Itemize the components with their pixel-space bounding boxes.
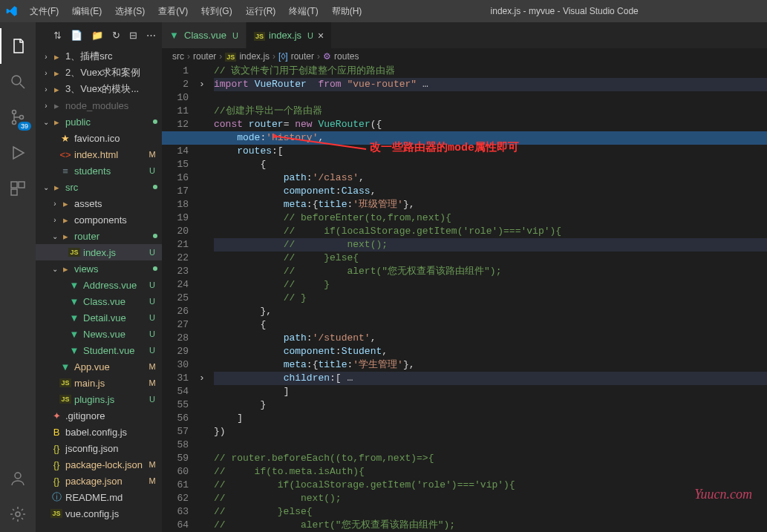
tree-label: README.md xyxy=(65,492,157,503)
tree-label: plugins.js xyxy=(74,394,147,405)
menu-item[interactable]: 帮助(H) xyxy=(326,4,368,19)
tree-item[interactable]: ⌄ ▸ router xyxy=(36,228,162,244)
code-content[interactable]: // 该文件专门用于创建整个应用的路由器import VueRouter fro… xyxy=(214,65,767,532)
toggle-view-icon[interactable]: ⇄ xyxy=(52,31,63,39)
breadcrumbs[interactable]: src› router› JS index.js› [◊] router› ⚙ … xyxy=(162,48,767,65)
tree-item[interactable]: › ▸ components xyxy=(36,211,162,228)
window-title: index.js - myvue - Visual Studio Code xyxy=(368,6,761,16)
tree-item[interactable]: ✦ .gitignore xyxy=(36,407,162,424)
explorer-icon[interactable] xyxy=(0,28,36,64)
menu-item[interactable]: 查看(V) xyxy=(152,4,194,19)
account-icon[interactable] xyxy=(0,461,36,496)
tree-label: .gitignore xyxy=(65,410,157,421)
watermark: Yuucn.com xyxy=(694,487,752,502)
menu-item[interactable]: 转到(G) xyxy=(195,4,238,19)
fold-gutter[interactable]: ›› xyxy=(199,65,214,532)
tree-item[interactable]: ⌄ ▸ public xyxy=(36,114,162,130)
menu-bar: 文件(F)编辑(E)选择(S)查看(V)转到(G)运行(R)终端(T)帮助(H) xyxy=(24,4,368,19)
tree-label: students xyxy=(74,165,147,177)
tree-label: index.js xyxy=(83,247,147,258)
tree-item[interactable]: ▼ Class.vue U xyxy=(36,293,162,309)
svg-line-1 xyxy=(20,84,25,88)
tree-label: assets xyxy=(74,198,157,209)
tree-label: jsconfig.json xyxy=(65,443,157,454)
tree-item[interactable]: JS main.js M xyxy=(36,375,162,391)
tree-item[interactable]: ★ favicon.ico xyxy=(36,130,162,146)
close-icon[interactable]: × xyxy=(318,30,324,42)
chevron-icon[interactable]: › xyxy=(50,216,59,224)
chevron-icon[interactable]: ⌄ xyxy=(42,183,50,191)
tree-item[interactable]: {} jsconfig.json xyxy=(36,440,162,456)
file-icon: ▸ xyxy=(50,182,62,193)
breadcrumb-item[interactable]: router xyxy=(291,51,314,62)
new-folder-icon[interactable]: 📁 xyxy=(91,30,103,41)
tree-item[interactable]: › ▸ 3、Vuex的模块... xyxy=(36,81,162,97)
file-icon: {} xyxy=(50,443,62,454)
source-control-icon[interactable]: 39 xyxy=(0,99,36,135)
tree-item[interactable]: ⓘ README.md xyxy=(36,489,162,505)
file-icon: JS xyxy=(68,248,80,257)
file-icon: JS xyxy=(50,509,62,518)
breadcrumb-item[interactable]: src xyxy=(172,51,184,62)
tree-item[interactable]: ≡ students U xyxy=(36,162,162,179)
extensions-icon[interactable] xyxy=(0,171,36,206)
tree-item[interactable]: JS vue.config.js xyxy=(36,505,162,522)
tree-item[interactable]: ⌄ ▸ src xyxy=(36,179,162,195)
menu-item[interactable]: 选择(S) xyxy=(109,4,151,19)
tree-item[interactable]: ▼ Student.vue U xyxy=(36,342,162,358)
search-icon[interactable] xyxy=(0,64,36,99)
breadcrumb-item[interactable]: router xyxy=(193,51,216,62)
chevron-icon[interactable]: ⌄ xyxy=(42,118,50,126)
file-icon: ▼ xyxy=(169,30,180,41)
editor-tab[interactable]: ▼ Class.vue U xyxy=(162,22,247,48)
file-icon: ▸ xyxy=(50,68,62,79)
tree-item[interactable]: JS index.js U xyxy=(36,244,162,260)
tree-label: node_modules xyxy=(65,100,157,111)
tree-label: router xyxy=(74,231,150,242)
chevron-icon[interactable]: › xyxy=(42,53,50,61)
chevron-icon[interactable]: › xyxy=(50,200,59,208)
code-editor[interactable]: 1210111213141516171819202122232425262728… xyxy=(162,65,767,532)
tree-item[interactable]: ⌄ ▸ views xyxy=(36,260,162,277)
file-icon: ▼ xyxy=(68,280,80,291)
menu-item[interactable]: 文件(F) xyxy=(24,4,65,19)
settings-gear-icon[interactable] xyxy=(0,496,36,532)
new-file-icon[interactable]: 📄 xyxy=(71,30,82,41)
chevron-icon[interactable]: ⌄ xyxy=(50,232,59,240)
menu-item[interactable]: 终端(T) xyxy=(283,4,324,19)
breadcrumb-item[interactable]: index.js xyxy=(239,51,270,62)
tree-item[interactable]: ▼ App.vue M xyxy=(36,358,162,375)
tree-item[interactable]: › ▸ assets xyxy=(36,195,162,211)
run-debug-icon[interactable] xyxy=(0,135,36,171)
file-icon: ▸ xyxy=(59,198,71,209)
tree-item[interactable]: <> index.html M xyxy=(36,146,162,162)
tree-item[interactable]: ▼ Detail.vue U xyxy=(36,309,162,326)
tree-label: 2、Vuex求和案例 xyxy=(65,66,157,79)
tree-item[interactable]: {} package.json M xyxy=(36,473,162,489)
tree-item[interactable]: B babel.config.js xyxy=(36,424,162,440)
editor-tab[interactable]: JS index.js U × xyxy=(247,22,332,48)
git-status: U xyxy=(232,31,238,40)
chevron-icon[interactable]: › xyxy=(42,69,50,77)
tree-item[interactable]: › ▸ node_modules xyxy=(36,97,162,114)
tree-item[interactable]: › ▸ 1、插槽src xyxy=(36,48,162,65)
tree-item[interactable]: JS plugins.js U xyxy=(36,391,162,407)
tree-item[interactable]: › ▸ 2、Vuex求和案例 xyxy=(36,65,162,81)
more-icon[interactable]: ⋯ xyxy=(146,30,156,41)
chevron-icon[interactable]: › xyxy=(42,102,50,110)
breadcrumb-item[interactable]: routes xyxy=(334,51,359,62)
file-icon: <> xyxy=(59,149,71,160)
svg-point-4 xyxy=(20,116,24,119)
svg-rect-7 xyxy=(11,189,17,195)
chevron-icon[interactable]: › xyxy=(42,85,50,93)
tree-item[interactable]: {} package-lock.json M xyxy=(36,456,162,473)
chevron-icon[interactable]: ⌄ xyxy=(50,265,59,273)
tree-item[interactable]: ▼ Address.vue U xyxy=(36,277,162,293)
menu-item[interactable]: 运行(R) xyxy=(240,4,282,19)
titlebar: 文件(F)编辑(E)选择(S)查看(V)转到(G)运行(R)终端(T)帮助(H)… xyxy=(0,0,767,22)
tree-item[interactable]: ▼ News.vue U xyxy=(36,326,162,342)
collapse-all-icon[interactable]: ⊟ xyxy=(129,30,137,41)
refresh-icon[interactable]: ↻ xyxy=(112,30,120,41)
file-tree[interactable]: › ▸ 1、插槽src › ▸ 2、Vuex求和案例 › ▸ 3、Vuex的模块… xyxy=(36,48,162,532)
menu-item[interactable]: 编辑(E) xyxy=(66,4,108,19)
